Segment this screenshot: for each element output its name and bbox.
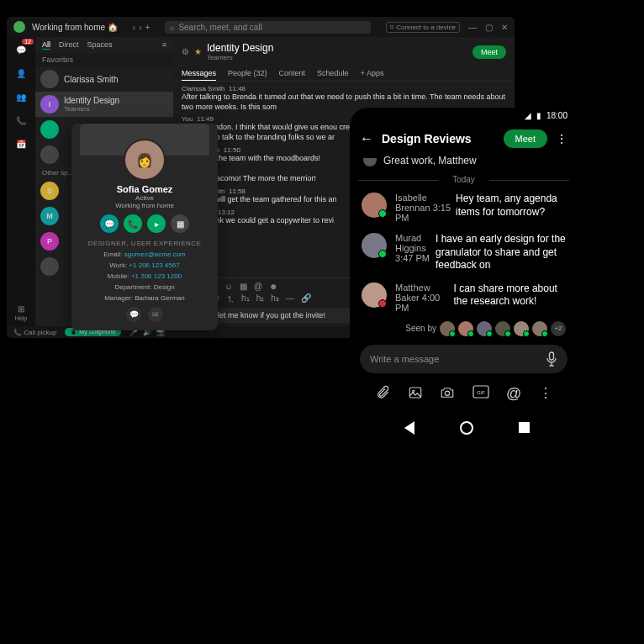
- mobile-header: ← Design Reviews Meet ⋮: [350, 123, 578, 155]
- avatar[interactable]: [362, 233, 387, 258]
- h1-icon[interactable]: h₁: [241, 293, 250, 305]
- window-close-icon[interactable]: ✕: [501, 23, 508, 32]
- sidebar-tab-direct[interactable]: Direct: [59, 40, 79, 50]
- mobile-message[interactable]: Murad Higgins 3:47 PM I have an early de…: [350, 228, 578, 277]
- signal-icon: ◢: [525, 111, 531, 120]
- attach-icon[interactable]: [375, 385, 390, 403]
- nav-forward-icon[interactable]: ›: [139, 23, 141, 32]
- window-maximize-icon[interactable]: ▢: [485, 23, 493, 32]
- mention-icon[interactable]: @: [254, 282, 262, 291]
- nav-plus-icon[interactable]: +: [145, 23, 150, 32]
- nav-home-icon[interactable]: [460, 421, 473, 435]
- left-rail: 💬12 👤 👥 📞 📅 ⊞ Help: [7, 37, 35, 326]
- mic-icon[interactable]: [546, 351, 557, 367]
- seen-more[interactable]: +2: [551, 321, 566, 336]
- rail-help[interactable]: ⊞ Help: [15, 304, 27, 321]
- mobile-message[interactable]: Isabelle Brennan 3:15 PM Hey team, any a…: [350, 187, 578, 228]
- svg-rect-0: [550, 352, 554, 360]
- tab-content[interactable]: Content: [279, 66, 306, 81]
- avatar[interactable]: [362, 282, 387, 308]
- numlist-icon[interactable]: ⒈: [226, 293, 235, 305]
- message-input[interactable]: Write a message: [360, 345, 567, 373]
- tab-messages[interactable]: Messages: [182, 66, 216, 81]
- h3-icon[interactable]: h₃: [271, 293, 279, 305]
- rail-calendar-icon[interactable]: 📅: [13, 136, 29, 151]
- sidebar-tab-all[interactable]: All: [42, 40, 50, 50]
- gif-icon[interactable]: GIF: [472, 385, 489, 403]
- more-button[interactable]: ▦: [171, 214, 189, 233]
- avatar: [363, 158, 377, 166]
- link-icon[interactable]: 🔗: [301, 293, 311, 305]
- mobile-message[interactable]: Matthew Baker 4:00 PM I can share more a…: [350, 277, 578, 318]
- nav-arrows: ‹ › +: [133, 23, 150, 32]
- space-title: Identity Design: [207, 42, 273, 54]
- popover-footer: 💬 ✉: [126, 307, 163, 322]
- audio-call-button[interactable]: 📞: [124, 214, 142, 233]
- search-input[interactable]: ⌕ Search, meet, and call: [165, 21, 371, 34]
- rail-teams-icon[interactable]: 👥: [13, 89, 29, 104]
- clock: 18:00: [546, 111, 567, 120]
- user-avatar-small[interactable]: [13, 21, 25, 33]
- search-icon: ⌕: [170, 23, 175, 32]
- contact-work-phone: Work: +1 206 123 4567: [109, 261, 179, 269]
- video-call-button[interactable]: ▸: [147, 214, 166, 233]
- screen-icon: ⌑: [390, 24, 393, 31]
- nav-recents-icon[interactable]: [519, 422, 530, 433]
- mobile-statusbar: ◢ ▮ 18:00: [350, 108, 578, 123]
- emoji-icon[interactable]: ☺: [224, 282, 233, 291]
- rail-contacts-icon[interactable]: 👤: [13, 66, 29, 81]
- sidebar-filter-icon[interactable]: ≡: [162, 40, 166, 50]
- call-pickup[interactable]: 📞 Call pickup: [13, 329, 56, 336]
- meet-button[interactable]: Meet: [504, 129, 547, 148]
- seen-avatar: [440, 321, 455, 336]
- avatar: P: [40, 232, 59, 251]
- seen-avatar: [532, 321, 547, 336]
- space-subtitle: Teamers: [207, 54, 273, 61]
- previous-message-tail: Great work, Matthew: [350, 155, 578, 172]
- overflow-menu-icon[interactable]: ⋮: [556, 132, 567, 145]
- battery-icon: ▮: [536, 111, 541, 120]
- message-button[interactable]: 💬: [100, 214, 119, 233]
- contact-actions: 💬 📞 ▸ ▦: [100, 214, 189, 233]
- tab-apps[interactable]: + Apps: [361, 66, 384, 81]
- mention-icon[interactable]: @: [506, 385, 521, 403]
- tab-schedule[interactable]: Schedule: [317, 66, 349, 81]
- hr-icon[interactable]: ―: [286, 293, 294, 305]
- seen-avatar: [514, 321, 529, 336]
- h2-icon[interactable]: h₂: [256, 293, 265, 305]
- avatar[interactable]: [362, 193, 387, 218]
- meet-button[interactable]: Meet: [472, 45, 506, 59]
- seen-by-row[interactable]: Seen by +2: [350, 318, 578, 341]
- popover-mail-icon[interactable]: ✉: [148, 307, 163, 322]
- nav-back-icon[interactable]: ‹: [133, 23, 135, 32]
- overflow-icon[interactable]: ⋮: [539, 385, 552, 403]
- input-placeholder: Write a message: [370, 354, 439, 364]
- sidebar-tab-spaces[interactable]: Spaces: [87, 40, 113, 50]
- sidebar-tabs: All Direct Spaces ≡: [35, 37, 173, 53]
- rail-calls-icon[interactable]: 📞: [13, 113, 29, 128]
- contact-location: Working from home: [115, 202, 174, 209]
- connect-device-button[interactable]: ⌑Connect to a device: [386, 22, 460, 33]
- avatar: [40, 257, 59, 276]
- contact-status: Active: [135, 194, 154, 202]
- popover-chat-icon[interactable]: 💬: [126, 307, 141, 322]
- avatar: [40, 70, 59, 88]
- image-icon[interactable]: [408, 385, 423, 403]
- conversation-title[interactable]: Design Reviews: [382, 132, 495, 145]
- back-button[interactable]: ←: [360, 131, 373, 146]
- camera-icon[interactable]: [440, 385, 455, 403]
- bitmoji-icon[interactable]: ☻: [269, 282, 278, 291]
- tab-people[interactable]: People (32): [228, 66, 267, 81]
- favorite-star-icon[interactable]: ★: [194, 47, 202, 56]
- nav-back-icon[interactable]: [398, 421, 414, 435]
- sidebar-item-identity-design[interactable]: I Identity DesignTeamers: [35, 92, 173, 117]
- sidebar-item-clarissa[interactable]: Clarissa Smith: [35, 66, 173, 92]
- presence-status[interactable]: Working from home 🏠: [32, 23, 118, 32]
- avatar: I: [40, 95, 59, 113]
- gif-icon[interactable]: ▦: [240, 282, 247, 291]
- contact-department: Department: Design: [114, 283, 174, 291]
- settings-gear-icon[interactable]: ⚙: [182, 47, 189, 56]
- rail-messaging-icon[interactable]: 💬12: [13, 42, 29, 57]
- space-tabs: Messages People (32) Content Schedule + …: [173, 66, 515, 82]
- window-minimize-icon[interactable]: —: [468, 23, 477, 32]
